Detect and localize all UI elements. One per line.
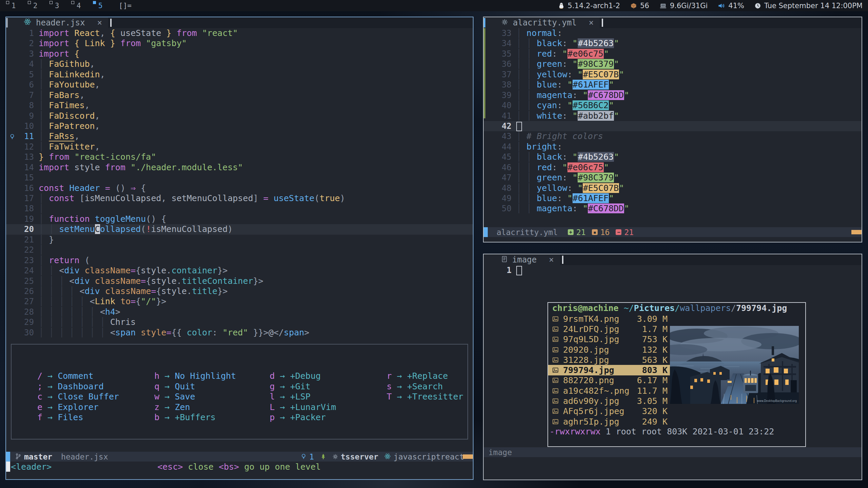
file-row[interactable]: 882720.png6.17 M [548, 375, 670, 386]
code-token: ) [228, 224, 233, 234]
workspace-button-2[interactable]: 2 [26, 0, 45, 11]
code-text: │ FaRss, [39, 131, 473, 141]
whichkey-binding[interactable]: s → +Search [387, 382, 467, 392]
whichkey-label: Explorer [58, 402, 98, 412]
line-number: 22 [18, 245, 34, 255]
whichkey-binding[interactable]: p → +Packer [270, 412, 387, 423]
indent-guide: │ [516, 142, 526, 152]
whichkey-binding[interactable]: / → Comment [37, 371, 154, 382]
editor-window-header-jsx[interactable]: header.jsx × 1import React, { useState }… [5, 17, 474, 480]
file-browser-popup: chris@machine ~/Pictures/wallpapers/7997… [547, 302, 806, 447]
whichkey-binding[interactable]: b → +Buffers [154, 412, 270, 423]
editor-window-alacritty-yml[interactable]: alacritty.yml × 33│ normal:34│ │ black: … [483, 17, 862, 242]
tab-header-jsx[interactable]: header.jsx × [6, 17, 108, 28]
diff-added: + 21 [568, 228, 586, 237]
workspace-button-4[interactable]: 4 [69, 0, 88, 11]
whichkey-binding[interactable]: g → +Git [270, 382, 387, 392]
line-number: 24 [18, 266, 34, 276]
file-size: 563 K [635, 355, 668, 365]
diagnostic-count: 1 [309, 452, 314, 461]
memory-icon [659, 2, 667, 9]
whichkey-binding[interactable]: l → +LSP [270, 392, 387, 402]
scrollbar-viewport-indicator[interactable] [484, 18, 485, 27]
indent-guide: │ [526, 111, 537, 121]
whichkey-binding[interactable]: h → No Highlight [154, 371, 270, 382]
gutter: 44 [484, 142, 516, 152]
whichkey-binding[interactable]: ; → Dashboard [37, 382, 154, 392]
file-row[interactable]: 9rsmTK4.png3.09 M [548, 314, 670, 324]
whichkey-binding[interactable]: z → Zen [154, 402, 270, 413]
file-row[interactable]: ad6v90y.jpg3.05 M [548, 396, 670, 406]
code-token: : [562, 59, 572, 69]
whichkey-binding[interactable]: w → Save [154, 392, 270, 402]
indent-guide: │ [79, 307, 90, 317]
whichkey-label: +Replace [407, 371, 448, 381]
workspace-button-5[interactable]: 5 [91, 0, 110, 11]
whichkey-binding[interactable]: L → +LunarVim [270, 402, 387, 413]
line-number: 21 [18, 235, 34, 245]
indent-guide: │ [69, 317, 79, 327]
workspace-button-1[interactable]: 1 [4, 0, 23, 11]
file-row[interactable]: 97q9L5D.jpg753 K [548, 334, 670, 345]
code-token: green [537, 59, 562, 69]
whichkey-key: L [270, 402, 275, 412]
color-swatch: #e06c75 [567, 162, 604, 172]
file-meta: 1 root root 803K 2021-03-01 23:22 [601, 427, 774, 436]
code-token: ) [340, 193, 345, 203]
whichkey-binding[interactable]: d → +Debug [270, 371, 387, 382]
file-row[interactable]: 799794.jpg803 K [548, 365, 670, 375]
file-row[interactable]: 31228.jpg563 K [548, 355, 670, 365]
code-line: 9│ FaDiscord, [6, 111, 473, 121]
tray-item-package: 56 [630, 2, 649, 10]
file-size: 249 K [635, 417, 668, 427]
whichkey-binding[interactable]: r → +Replace [387, 371, 467, 382]
whichkey-binding[interactable]: T → +Treesitter [387, 392, 467, 402]
whichkey-binding[interactable]: q → Quit [154, 382, 270, 392]
user-host: chris@machine [552, 303, 619, 313]
code-token: : [552, 162, 562, 172]
indent-guide: │ [49, 266, 59, 275]
code-text: import { [39, 49, 473, 59]
gutter: 22 [6, 245, 39, 255]
code-token: } [49, 235, 54, 245]
code-token: import [39, 38, 74, 48]
code-text: │ │ │ <div className={style.titleContain… [39, 276, 473, 286]
file-row[interactable]: aghr5Ip.jpg249 K [548, 416, 670, 427]
tab-title: image [512, 255, 537, 265]
editor-window-image[interactable]: image × chris@machine ~/Pictures/wallpap… [483, 254, 862, 480]
gutter: 2 [6, 38, 39, 48]
indent-guide: │ [39, 90, 49, 100]
whichkey-key: w [154, 392, 159, 402]
tab-alacritty-yml[interactable]: alacritty.yml × [484, 17, 600, 28]
gutter: 19 [6, 214, 39, 224]
command-line[interactable]: <leader> <esc> close <bs> go up one leve… [6, 462, 473, 472]
code-line: 16const Header = () ⇒ { [6, 183, 473, 193]
scrollbar-thumb[interactable] [6, 18, 8, 27]
message-area [484, 457, 862, 480]
indent-guide: │ [49, 286, 59, 296]
indent-guide: │ [39, 131, 49, 141]
close-icon[interactable]: × [97, 18, 102, 27]
close-icon[interactable]: × [589, 18, 594, 27]
arrow-right-icon: → [392, 371, 407, 381]
code-token: title [192, 286, 217, 296]
file-row[interactable]: 20920.jpg132 K [548, 345, 670, 355]
code-area[interactable]: 33│ normal:34│ │ black: "#4b5263"35│ │ r… [484, 28, 862, 227]
code-token: className [105, 286, 151, 296]
file-row[interactable]: 24LrDFQ.jpg1.7 M [548, 324, 670, 334]
file-row[interactable]: AFq5r6j.jpeg320 K [548, 406, 670, 416]
workspace-button-3[interactable]: 3 [47, 0, 66, 11]
code-text: │ │ magenta: "#C678DD" [516, 203, 862, 214]
tab-image[interactable]: image × [484, 254, 560, 265]
code-token: = [131, 266, 136, 275]
close-icon[interactable]: × [549, 255, 554, 265]
indent-guide: │ [526, 152, 537, 162]
whichkey-binding[interactable]: e → Explorer [37, 402, 154, 413]
whichkey-binding[interactable]: c → Close Buffer [37, 392, 154, 402]
code-area[interactable]: chris@machine ~/Pictures/wallpapers/7997… [484, 265, 862, 447]
file-row[interactable]: a19c482f~.png11.7 M [548, 386, 670, 396]
whichkey-key: s [387, 382, 392, 391]
lsp-status: tsserver [332, 452, 379, 461]
indent-guide: │ [69, 296, 79, 306]
whichkey-binding[interactable]: f → Files [37, 412, 154, 423]
